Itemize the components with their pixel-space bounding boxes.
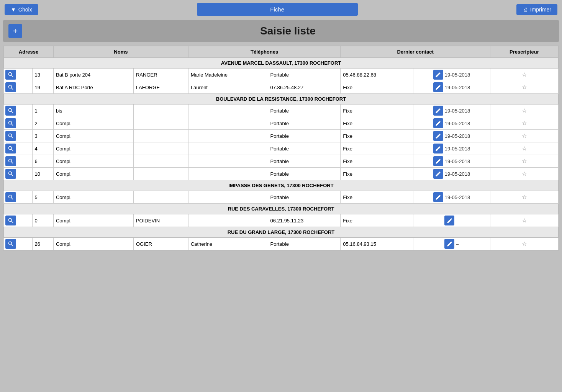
nom [133,130,188,142]
edit-button[interactable] [433,82,443,92]
col-noms: Noms [53,46,188,58]
svg-line-19 [11,221,13,223]
search-cell [4,238,33,250]
prescripteur-star[interactable]: ☆ [490,81,558,94]
address-compl: Compl. [53,117,133,130]
address-compl: Compl. [53,155,133,168]
tel2: 05.46.88.22.68 [341,69,413,81]
tel1: Portable [268,142,341,155]
prescripteur-star[interactable]: ☆ [490,238,558,250]
prenom: Marie Madeleine [188,69,268,81]
tel1: Portable [268,191,341,204]
svg-line-13 [11,162,13,164]
edit-button[interactable] [433,131,443,141]
edit-button[interactable] [433,118,443,128]
tel1: Portable [268,130,341,142]
table-header-row: Adresse Noms Téléphones Dernier contact … [4,46,559,58]
search-cell [4,142,33,155]
tel2: Fixe [341,130,413,142]
date-value: 19-05-2018 [445,146,470,152]
edit-button[interactable] [433,106,443,116]
add-button[interactable]: + [8,24,22,38]
col-prescripteur: Prescripteur [490,46,558,58]
prenom [188,168,268,180]
tel1: Portable [268,155,341,168]
fiche-tab-button[interactable]: Fiche [197,3,358,16]
prescripteur-star[interactable]: ☆ [490,168,558,180]
prenom [188,142,268,155]
search-button[interactable] [5,156,16,166]
table-container: Adresse Noms Téléphones Dernier contact … [3,46,559,251]
address-num: 0 [32,214,53,227]
search-button[interactable] [5,106,16,116]
edit-date-cell: 19-05-2018 [413,81,490,94]
table-row: 4Compl.PortableFixe19-05-2018☆ [4,142,559,155]
prenom: Catherine [188,238,268,250]
prescripteur-star[interactable]: ☆ [490,214,558,227]
imprimer-button[interactable]: 🖨 Imprimer [516,4,557,15]
nom [133,155,188,168]
tel1: Portable [268,168,341,180]
section-header-row: AVENUE MARCEL DASSAULT, 17300 ROCHEFORT [4,58,559,69]
prescripteur-star[interactable]: ☆ [490,191,558,204]
tel2: Fixe [341,191,413,204]
search-button[interactable] [5,82,16,92]
edit-button[interactable] [444,239,454,249]
nom: OGIER [133,238,188,250]
prenom [188,117,268,130]
search-button[interactable] [5,216,16,225]
svg-line-21 [11,245,13,247]
search-cell [4,117,33,130]
search-button[interactable] [5,131,16,141]
tel1: Portable [268,238,341,250]
table-row: 10Compl.PortableFixe19-05-2018☆ [4,168,559,180]
search-cell [4,81,33,94]
edit-button[interactable] [433,70,443,80]
section-header-row: RUE DES CARAVELLES, 17300 ROCHEFORT [4,204,559,214]
search-button[interactable] [5,70,16,80]
address-num: 10 [32,168,53,180]
search-button[interactable] [5,169,16,179]
search-cell [4,191,33,204]
address-num: 19 [32,81,53,94]
address-compl: Compl. [53,191,133,204]
prescripteur-star[interactable]: ☆ [490,142,558,155]
address-compl: Compl. [53,214,133,227]
table-row: 6Compl.PortableFixe19-05-2018☆ [4,155,559,168]
prescripteur-star[interactable]: ☆ [490,117,558,130]
prescripteur-star[interactable]: ☆ [490,105,558,117]
svg-line-11 [11,149,13,151]
edit-button[interactable] [444,216,454,225]
table-row: 19Bat A RDC PorteLAFORGELaurent07.86.25.… [4,81,559,94]
edit-button[interactable] [433,156,443,166]
svg-point-12 [9,159,12,162]
address-num: 3 [32,130,53,142]
prescripteur-star[interactable]: ☆ [490,155,558,168]
main-table: Adresse Noms Téléphones Dernier contact … [3,46,559,250]
choix-button[interactable]: ▼ Choix [5,4,38,15]
svg-point-0 [9,73,12,76]
edit-button[interactable] [433,192,443,202]
svg-point-20 [9,242,12,245]
prenom: Laurent [188,81,268,94]
table-row: 13Bat B porte 204RANGERMarie MadeleinePo… [4,69,559,81]
svg-point-2 [9,85,12,88]
edit-button[interactable] [433,169,443,179]
edit-button[interactable] [433,144,443,154]
table-row: 1bisPortableFixe19-05-2018☆ [4,105,559,117]
address-compl: Compl. [53,142,133,155]
prescripteur-star[interactable]: ☆ [490,69,558,81]
date-value: 19-05-2018 [445,171,470,177]
address-compl: Compl. [53,238,133,250]
search-button[interactable] [5,144,16,154]
printer-icon: 🖨 [523,7,528,13]
nom [133,117,188,130]
search-button[interactable] [5,192,16,202]
prescripteur-star[interactable]: ☆ [490,130,558,142]
search-button[interactable] [5,118,16,128]
svg-point-18 [9,219,12,222]
svg-point-8 [9,134,12,137]
search-button[interactable] [5,239,16,249]
nom [133,105,188,117]
tel1: Portable [268,69,341,81]
